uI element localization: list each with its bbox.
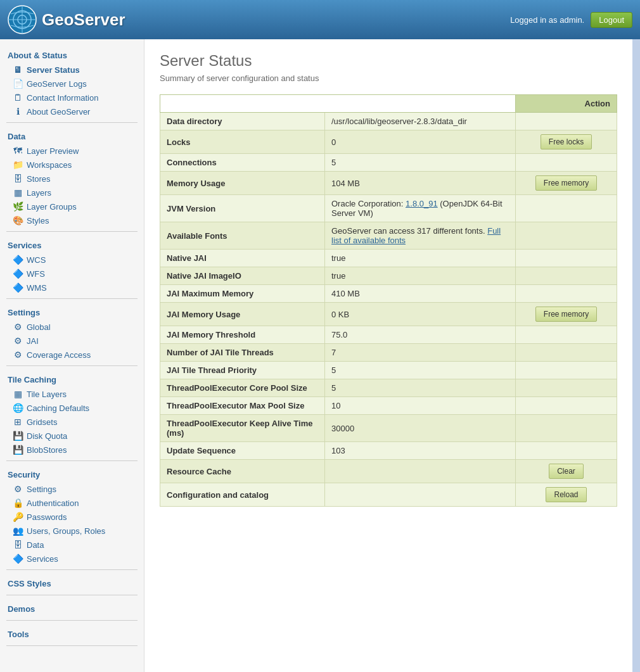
row-label: JAI Memory Usage	[160, 303, 325, 326]
table-row: Connections5	[160, 154, 617, 172]
row-label: Native JAI ImageIO	[160, 267, 325, 285]
row-action	[516, 379, 617, 397]
action-button-reload[interactable]: Reload	[546, 487, 586, 502]
table-row: ThreadPoolExecutor Keep Alive Time (ms)3…	[160, 415, 617, 442]
row-value	[325, 460, 516, 483]
server-status-icon: 🖥	[13, 65, 23, 75]
layout: About & Status 🖥 Server Status 📄 GeoServ…	[0, 39, 640, 672]
sidebar-item-gridsets[interactable]: ⊞ Gridsets	[0, 415, 144, 429]
row-value: 104 MB	[325, 172, 516, 195]
row-value: Oracle Corporation: 1.8.0_91 (OpenJDK 64…	[325, 195, 516, 222]
sidebar-item-authentication[interactable]: 🔒 Authentication	[0, 496, 144, 510]
row-value: GeoServer can access 317 different fonts…	[325, 222, 516, 250]
security-settings-icon: ⚙	[13, 484, 23, 494]
row-label: JAI Tile Thread Priority	[160, 362, 325, 379]
styles-icon: 🎨	[13, 215, 23, 225]
jai-icon: ⚙	[13, 336, 23, 346]
row-label: JAI Maximum Memory	[160, 285, 325, 303]
sidebar-item-wcs[interactable]: 🔷 WCS	[0, 253, 144, 267]
sidebar-item-layer-preview[interactable]: 🗺 Layer Preview	[0, 144, 144, 158]
jvm-link[interactable]: 1.8.0_91	[406, 199, 438, 208]
right-panel	[632, 39, 640, 672]
row-action	[516, 285, 617, 303]
sidebar-item-wms[interactable]: 🔷 WMS	[0, 281, 144, 295]
row-label: Number of JAI Tile Threads	[160, 344, 325, 362]
sidebar-item-workspaces[interactable]: 📁 Workspaces	[0, 158, 144, 172]
action-button-free-memory[interactable]: Free memory	[535, 307, 597, 322]
row-action	[516, 326, 617, 344]
sidebar-item-global[interactable]: ⚙ Global	[0, 320, 144, 334]
sidebar-item-layer-groups[interactable]: 🌿 Layer Groups	[0, 200, 144, 213]
sidebar-item-coverage-access[interactable]: ⚙ Coverage Access	[0, 348, 144, 362]
row-value: 5	[325, 362, 516, 379]
divider-6	[6, 569, 138, 570]
sidebar-item-users-groups-roles[interactable]: 👥 Users, Groups, Roles	[0, 524, 144, 538]
sidebar-item-security-services[interactable]: 🔷 Services	[0, 552, 144, 566]
page-title: Server Status	[160, 52, 617, 70]
row-label: Resource Cache	[160, 460, 325, 483]
table-row: Update Sequence103	[160, 442, 617, 460]
table-body: Data directory/usr/local/lib/geoserver-2…	[160, 113, 617, 507]
row-value: 0	[325, 130, 516, 154]
sidebar-item-layers[interactable]: ▦ Layers	[0, 186, 144, 200]
row-action	[516, 344, 617, 362]
row-value: 0 KB	[325, 303, 516, 326]
sidebar-item-contact-info[interactable]: 🗒 Contact Information	[0, 91, 144, 105]
row-value: true	[325, 250, 516, 267]
row-action	[516, 154, 617, 172]
logout-button[interactable]: Logout	[591, 12, 632, 28]
table-row: Number of JAI Tile Threads7	[160, 344, 617, 362]
sidebar-section-css-styles: CSS Styles	[0, 574, 144, 591]
sidebar-item-styles[interactable]: 🎨 Styles	[0, 213, 144, 227]
sidebar-item-geoserver-logs[interactable]: 📄 GeoServer Logs	[0, 77, 144, 91]
table-row: ThreadPoolExecutor Max Pool Size10	[160, 397, 617, 415]
wcs-icon: 🔷	[13, 255, 23, 265]
row-label: Locks	[160, 130, 325, 154]
fonts-link[interactable]: Full list of available fonts	[331, 226, 501, 245]
table-row: Configuration and catalogReload	[160, 483, 617, 507]
sidebar-item-passwords[interactable]: 🔑 Passwords	[0, 510, 144, 524]
sidebar-item-blobstores[interactable]: 💾 BlobStores	[0, 443, 144, 457]
geoserver-logo-icon	[8, 5, 37, 34]
sidebar-section-services: Services	[0, 236, 144, 253]
sidebar-item-jai[interactable]: ⚙ JAI	[0, 334, 144, 348]
logo-text: GeoServer	[42, 10, 125, 30]
sidebar-section-data: Data	[0, 127, 144, 144]
row-action: Free locks	[516, 130, 617, 154]
logs-icon: 📄	[13, 79, 23, 89]
sidebar-section-demos: Demos	[0, 599, 144, 616]
sidebar-item-disk-quota[interactable]: 💾 Disk Quota	[0, 429, 144, 443]
sidebar-item-server-status[interactable]: 🖥 Server Status	[0, 63, 144, 77]
action-button-free-memory[interactable]: Free memory	[535, 175, 597, 191]
row-label: Update Sequence	[160, 442, 325, 460]
status-table: Action Data directory/usr/local/lib/geos…	[160, 94, 617, 507]
page-subtitle: Summary of server configuration and stat…	[160, 73, 617, 83]
sidebar-item-caching-defaults[interactable]: 🌐 Caching Defaults	[0, 401, 144, 415]
row-action	[516, 397, 617, 415]
sidebar-item-security-settings[interactable]: ⚙ Settings	[0, 482, 144, 496]
divider-4	[6, 365, 138, 366]
row-value	[325, 483, 516, 507]
table-header-action: Action	[516, 95, 617, 113]
sidebar-item-stores[interactable]: 🗄 Stores	[0, 172, 144, 186]
sidebar-section-tools: Tools	[0, 624, 144, 642]
row-label: Memory Usage	[160, 172, 325, 195]
row-label: Data directory	[160, 113, 325, 130]
security-data-icon: 🗄	[13, 540, 23, 550]
divider-3	[6, 298, 138, 299]
action-button-free-locks[interactable]: Free locks	[541, 134, 592, 149]
sidebar-item-wfs[interactable]: 🔷 WFS	[0, 267, 144, 281]
stores-icon: 🗄	[13, 174, 23, 184]
table-row: JAI Maximum Memory410 MB	[160, 285, 617, 303]
sidebar-item-security-data[interactable]: 🗄 Data	[0, 538, 144, 552]
row-label: ThreadPoolExecutor Max Pool Size	[160, 397, 325, 415]
main-content: Server Status Summary of server configur…	[144, 39, 632, 672]
row-value: 103	[325, 442, 516, 460]
sidebar-item-tile-layers[interactable]: ▦ Tile Layers	[0, 387, 144, 401]
header: GeoServer Logged in as admin. Logout	[0, 0, 640, 39]
action-button-clear[interactable]: Clear	[549, 464, 584, 479]
users-icon: 👥	[13, 526, 23, 536]
security-services-icon: 🔷	[13, 554, 23, 564]
layer-preview-icon: 🗺	[13, 146, 23, 156]
sidebar-item-about-geoserver[interactable]: ℹ About GeoServer	[0, 105, 144, 118]
